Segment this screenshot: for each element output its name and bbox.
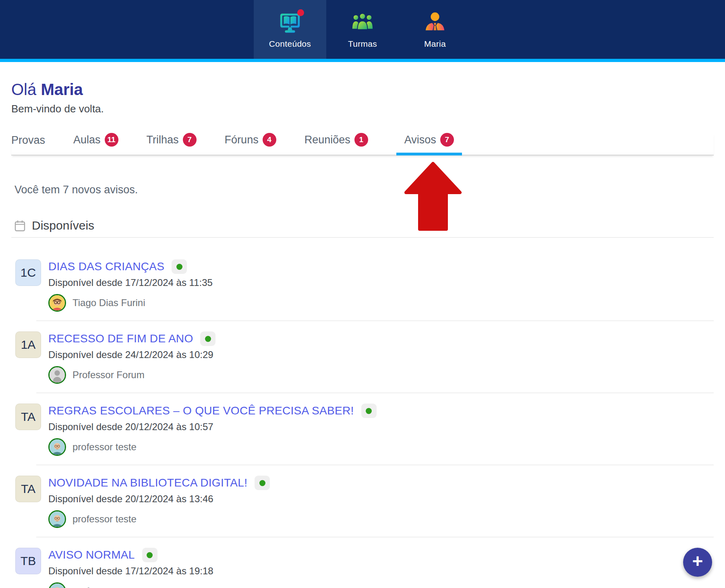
new-indicator-dot <box>176 264 182 270</box>
aviso-title-link[interactable]: REGRAS ESCOLARES – O QUE VOCÊ PRECISA SA… <box>48 404 354 417</box>
class-code-badge: 1A <box>15 331 41 358</box>
aviso-title-link[interactable]: DIAS DAS CRIANÇAS <box>48 260 164 273</box>
red-arrow-annotation <box>404 162 462 232</box>
aviso-item[interactable]: TA NOVIDADE NA BIBLIOTECA DIGITAL! Dispo… <box>11 465 714 537</box>
new-indicator-dot <box>259 480 265 486</box>
tab-provas[interactable]: Provas <box>11 134 45 155</box>
aviso-availability: Disponível desde 17/12/2024 às 19:18 <box>48 565 213 577</box>
accent-bar <box>0 59 725 62</box>
aviso-availability: Disponível desde 24/12/2024 às 10:29 <box>48 349 215 360</box>
aviso-author-row: professor teste <box>48 582 213 588</box>
classes-group-icon <box>351 11 374 34</box>
author-avatar <box>48 294 66 312</box>
aviso-item[interactable]: 1A RECESSO DE FIM DE ANO Disponível desd… <box>11 321 714 393</box>
aviso-availability: Disponível desde 17/12/2024 às 11:35 <box>48 277 213 288</box>
tab-count-badge: 4 <box>263 133 276 147</box>
new-indicator-dot <box>147 552 153 558</box>
nav-label-classes: Turmas <box>348 39 377 49</box>
class-code-badge: TA <box>15 476 41 502</box>
profile-person-icon <box>423 11 447 34</box>
new-indicator-chip <box>361 404 377 418</box>
author-name: professor teste <box>72 441 137 453</box>
class-code-badge: 1C <box>15 259 41 286</box>
new-indicator-chip <box>200 331 215 346</box>
author-name: Professor Forum <box>72 369 145 381</box>
tab-aulas[interactable]: Aulas 11 <box>73 133 118 155</box>
author-avatar <box>48 582 66 588</box>
notification-dot <box>297 9 304 16</box>
nav-item-classes[interactable]: Turmas <box>326 0 399 59</box>
new-indicator-chip <box>172 259 187 274</box>
author-name: Tiago Dias Furini <box>72 297 145 308</box>
tab-count-badge: 7 <box>440 133 454 147</box>
tab-avisos[interactable]: Avisos 7 <box>396 133 462 155</box>
author-avatar <box>48 366 66 384</box>
aviso-author-row: professor teste <box>48 510 270 528</box>
page-greeting: Olá Maria <box>11 81 714 99</box>
nav-label-profile: Maria <box>424 39 446 49</box>
tab-trilhas[interactable]: Trilhas 7 <box>147 133 197 155</box>
tab-count-badge: 11 <box>105 133 118 147</box>
class-code-badge: TA <box>15 404 41 430</box>
author-avatar <box>48 510 66 528</box>
section-title: Disponíveis <box>32 219 94 232</box>
nav-label-contents: Conteúdos <box>269 39 311 49</box>
aviso-title-link[interactable]: NOVIDADE NA BIBLIOTECA DIGITAL! <box>48 476 247 489</box>
available-section-header: Disponíveis <box>11 219 714 232</box>
author-name: professor teste <box>72 586 137 588</box>
author-name: professor teste <box>72 513 137 525</box>
aviso-author-row: Professor Forum <box>48 366 215 384</box>
aviso-item[interactable]: 1C DIAS DAS CRIANÇAS Disponível desde 17… <box>11 238 714 321</box>
aviso-availability: Disponível desde 20/12/2024 às 10:57 <box>48 421 377 433</box>
new-indicator-chip <box>142 548 157 562</box>
author-avatar <box>48 438 66 456</box>
aviso-item[interactable]: TB AVISO NORMAL Disponível desde 17/12/2… <box>11 537 714 588</box>
tab-count-badge: 1 <box>354 133 368 147</box>
calendar-icon <box>14 220 25 232</box>
class-code-badge: TB <box>15 548 41 574</box>
new-indicator-dot <box>366 408 372 414</box>
tab-reunioes[interactable]: Reuniões 1 <box>304 133 368 155</box>
aviso-author-row: Tiago Dias Furini <box>48 294 213 312</box>
tab-foruns[interactable]: Fóruns 4 <box>225 133 276 155</box>
nav-item-contents[interactable]: Conteúdos <box>254 0 326 59</box>
section-tabs: Provas Aulas 11 Trilhas 7 Fóruns 4 Reuni… <box>11 133 714 155</box>
top-navigation-bar: Conteúdos Turmas <box>0 0 725 59</box>
tab-count-badge: 7 <box>183 133 197 147</box>
aviso-item[interactable]: TA REGRAS ESCOLARES – O QUE VOCÊ PRECISA… <box>11 393 714 465</box>
nav-item-profile[interactable]: Maria <box>399 0 471 59</box>
add-aviso-fab[interactable]: + <box>683 548 712 577</box>
new-notices-message: Você tem 7 novos avisos. <box>11 184 714 196</box>
new-indicator-dot <box>205 336 211 342</box>
new-indicator-chip <box>255 476 270 490</box>
aviso-title-link[interactable]: AVISO NORMAL <box>48 549 135 561</box>
aviso-author-row: professor teste <box>48 438 377 456</box>
aviso-title-link[interactable]: RECESSO DE FIM DE ANO <box>48 332 193 345</box>
greeting-subtitle: Bem-vindo de volta. <box>11 103 714 115</box>
aviso-availability: Disponível desde 20/12/2024 às 13:46 <box>48 493 270 505</box>
user-name: Maria <box>41 81 83 98</box>
